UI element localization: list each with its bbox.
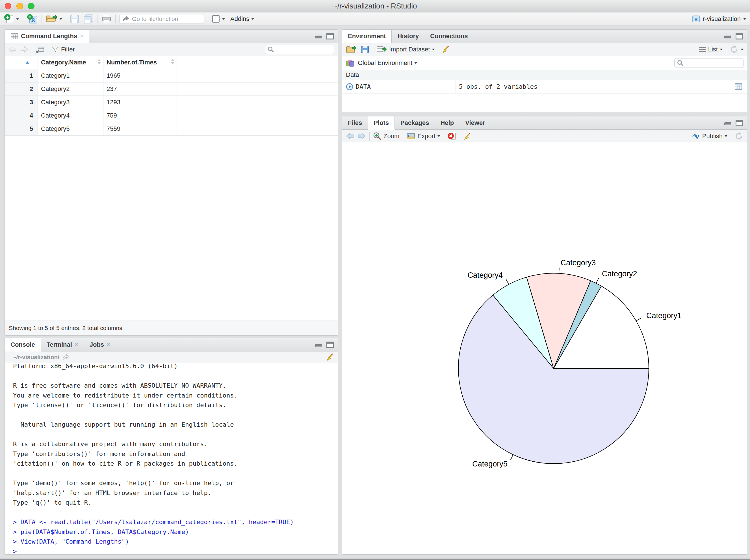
tab-history[interactable]: History [392,30,425,43]
save-all-button[interactable] [83,14,94,24]
clear-environment-icon[interactable] [442,45,450,54]
row-number-header[interactable] [5,56,38,69]
environment-toolbar: Import Dataset List [342,43,747,56]
data-viewer-search-input[interactable] [276,46,332,53]
panes-layout-button[interactable] [212,15,225,23]
import-dataset-button[interactable]: Import Dataset [376,45,435,54]
console-output[interactable]: Platform: x86_64-apple-darwin15.6.0 (64-… [5,361,338,554]
tab-packages[interactable]: Packages [395,116,435,129]
new-project-button[interactable]: R [26,14,38,24]
console-output-line: 'citation()' on how to cite R or R packa… [13,459,338,469]
plots-tabstrip: Files Plots Packages Help Viewer [342,116,747,130]
pie-label-category1: Category1 [646,312,682,320]
goto-file-input[interactable] [132,15,201,23]
environment-search-input[interactable] [685,59,741,66]
filter-label: Filter [61,46,75,53]
previous-plot-icon[interactable] [346,133,354,140]
goto-directory-icon[interactable] [62,354,70,361]
list-view-button[interactable]: List [698,46,723,53]
tab-command-lengths[interactable]: Command Lengths × [5,30,89,43]
maximize-pane-icon[interactable] [326,341,334,348]
environment-search[interactable] [674,58,744,68]
tab-jobs[interactable]: Jobs × [84,338,116,351]
new-file-button[interactable] [4,14,19,24]
close-tab-icon[interactable]: × [80,33,83,40]
console-output-line: Type 'demo()' for some demos, 'help()' f… [13,478,338,488]
maximize-pane-icon[interactable] [326,33,334,40]
title-bar: ~/r-visualization - RStudio [0,0,750,13]
tab-files[interactable]: Files [342,116,368,129]
minimize-pane-icon[interactable] [315,33,323,40]
tab-help[interactable]: Help [435,116,459,129]
table-row[interactable]: 3Category31293 [5,96,338,109]
table-row[interactable]: 5Category57559 [5,122,338,136]
refresh-environment-button[interactable] [730,45,744,54]
save-workspace-icon[interactable] [360,45,369,54]
tab-viewer[interactable]: Viewer [459,116,491,129]
table-row[interactable]: 2Category2237 [5,82,338,96]
project-caret [743,18,746,20]
print-button[interactable] [101,15,112,23]
console-input-line: > [13,547,338,555]
export-plot-button[interactable]: Export [407,133,440,140]
table-header-row: Category.Name Number.of.Times [5,56,338,69]
expand-object-icon[interactable] [346,83,354,91]
minimize-window-button[interactable] [16,3,23,9]
minimize-pane-icon[interactable] [724,119,732,126]
maximize-pane-icon[interactable] [735,33,744,40]
project-selector[interactable]: R r-visualization [692,15,746,23]
clear-all-plots-icon[interactable] [463,132,472,140]
next-plot-icon[interactable] [357,133,366,140]
console-cursor [21,547,21,555]
clear-console-icon[interactable] [326,353,334,361]
console-output-line [13,371,338,381]
console-output-line: Type 'contributors()' for more informati… [13,449,338,459]
console-tabstrip: Console Terminal × Jobs × [5,338,338,352]
addins-label: Addins [230,15,249,23]
plots-pane: Files Plots Packages Help Viewer [342,116,747,555]
export-caret [437,135,440,137]
panes-layout-caret [222,18,225,20]
nav-back-icon[interactable] [8,46,17,53]
close-tab-icon[interactable]: × [106,341,110,348]
column-header-category-name[interactable]: Category.Name [38,56,103,69]
tab-connections[interactable]: Connections [425,30,473,43]
save-button[interactable] [70,15,79,23]
environment-scope-selector[interactable]: Global Environment [358,59,417,67]
goto-file-box[interactable] [119,14,204,23]
console-output-line: R is free software and comes with ABSOLU… [13,381,338,391]
zoom-window-button[interactable] [28,3,35,9]
close-tab-icon[interactable]: × [75,341,78,348]
minimize-pane-icon[interactable] [724,33,732,40]
open-file-button[interactable] [45,15,62,23]
project-name: r-visualization [703,15,741,23]
console-pane: Console Terminal × Jobs × ~/r-visualizat… [4,338,338,555]
table-cell: Category1 [38,69,103,82]
refresh-plot-icon[interactable] [734,132,744,140]
remove-plot-icon[interactable] [447,132,456,140]
tab-console[interactable]: Console [5,338,41,352]
publish-label: Publish [702,133,723,140]
minimize-pane-icon[interactable] [315,341,323,348]
new-file-caret [16,18,19,20]
addins-button[interactable]: Addins [230,15,254,23]
open-in-new-window-icon[interactable] [36,45,45,54]
close-window-button[interactable] [5,3,11,9]
column-header-number-of-times[interactable]: Number.of.Times [103,56,177,69]
import-dataset-caret [432,48,435,50]
tab-terminal[interactable]: Terminal × [41,338,84,351]
maximize-pane-icon[interactable] [735,119,744,126]
zoom-plot-button[interactable]: Zoom [373,132,399,140]
data-viewer-search[interactable] [265,45,334,54]
view-table-icon[interactable] [734,83,742,90]
tab-plots[interactable]: Plots [368,116,395,130]
publish-button[interactable]: Publish [691,133,727,140]
environment-object-row[interactable]: DATA 5 obs. of 2 variables [342,80,747,94]
data-section-header: Data [342,70,747,80]
table-row[interactable]: 1Category11965 [5,69,338,82]
filter-button[interactable]: Filter [52,46,75,53]
table-row[interactable]: 4Category4759 [5,109,338,122]
tab-environment[interactable]: Environment [342,30,392,43]
nav-forward-icon[interactable] [20,46,28,53]
load-workspace-icon[interactable] [346,45,357,54]
